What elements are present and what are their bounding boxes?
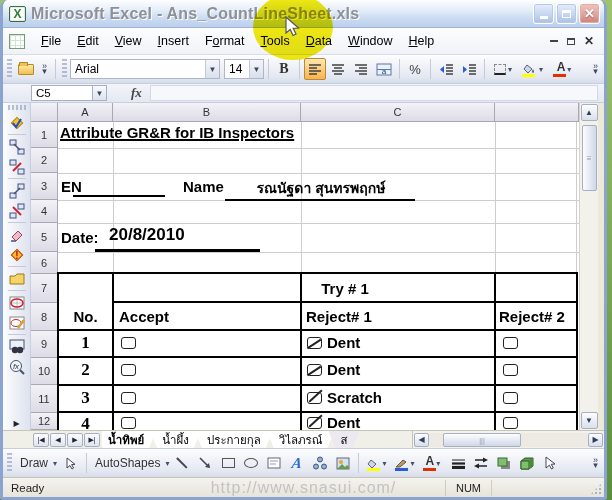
chevron-down-icon[interactable]: ▼ (205, 60, 219, 78)
column-header-b[interactable]: B (113, 103, 301, 122)
vertical-scrollbar[interactable]: ▲ ≡ ▼ (579, 103, 598, 430)
fill-color-button[interactable]: ▾ (518, 58, 548, 80)
column-header-a[interactable]: A (58, 103, 113, 122)
toolbar-grip[interactable] (7, 453, 12, 473)
sheet-tab[interactable]: ประกายกุล (195, 431, 273, 448)
remove-dependent-arrows-button[interactable] (7, 201, 27, 220)
chevron-down-icon[interactable]: ▾ (436, 459, 440, 468)
increase-indent-button[interactable] (458, 58, 480, 80)
row-header[interactable]: 12 (31, 413, 58, 430)
autoshapes-menu-button[interactable]: AutoShapes▾ (91, 452, 170, 474)
vertical-scroll-thumb[interactable]: ≡ (582, 125, 597, 191)
font-color-button[interactable]: A ▾ (419, 452, 446, 474)
workbook-restore-icon[interactable] (567, 38, 575, 45)
reject2-checkbox[interactable] (503, 364, 518, 376)
accept-checkbox[interactable] (121, 337, 136, 349)
row-header[interactable]: 4 (31, 200, 58, 223)
accept-checkbox[interactable] (121, 392, 136, 404)
sheet-tab[interactable]: น้ำผึ้ง (150, 431, 201, 448)
chevron-down-icon[interactable]: ▾ (508, 65, 512, 74)
menu-window[interactable]: Window (340, 31, 400, 51)
line-button[interactable] (171, 452, 193, 474)
workbook-close-icon[interactable]: ✕ (584, 35, 594, 47)
merge-center-button[interactable]: a (373, 58, 395, 80)
title-bar[interactable]: X Microsoft Excel - Ans_CountLineSheet.x… (3, 0, 604, 28)
clear-validation-circles-button[interactable] (7, 313, 27, 332)
workbook-minimize-icon[interactable] (550, 40, 558, 42)
arrow-style-button[interactable] (470, 452, 492, 474)
align-right-button[interactable] (350, 58, 372, 80)
row-header[interactable]: 8 (31, 303, 58, 331)
menu-data[interactable]: Data (298, 31, 340, 51)
arrow-button[interactable] (194, 452, 216, 474)
reject1-checkbox[interactable] (307, 364, 322, 376)
reject2-checkbox[interactable] (503, 417, 518, 429)
decrease-indent-button[interactable] (435, 58, 457, 80)
reject2-checkbox[interactable] (503, 337, 518, 349)
close-button[interactable]: ✕ (579, 3, 600, 24)
column-header-d[interactable] (495, 103, 579, 122)
threed-style-button[interactable] (516, 452, 538, 474)
align-center-button[interactable] (327, 58, 349, 80)
resize-grip[interactable] (590, 483, 602, 495)
insert-function-button[interactable]: fx (131, 85, 142, 101)
sheet-grid[interactable]: A B C 1 2 3 4 5 6 7 8 9 10 11 12 (31, 103, 579, 430)
name-box-dropdown[interactable]: ▼ (93, 85, 107, 101)
standard-toolbar-options-button[interactable]: »▾ (38, 57, 51, 81)
row-header[interactable]: 2 (31, 148, 58, 173)
row-header[interactable]: 1 (31, 122, 58, 148)
row-header[interactable]: 10 (31, 358, 58, 385)
chevron-down-icon[interactable]: ▾ (567, 65, 571, 74)
line-color-button[interactable]: ▾ (391, 452, 418, 474)
reject1-checkbox[interactable] (307, 417, 322, 429)
last-sheet-button[interactable]: ▶| (84, 433, 100, 447)
percent-style-button[interactable]: % (404, 58, 426, 80)
toolbar-overflow-arrow-icon[interactable]: ▶ (13, 419, 19, 430)
evaluate-formula-button[interactable]: fx (7, 357, 27, 376)
minimize-button[interactable] (533, 3, 554, 24)
previous-sheet-button[interactable]: ◀ (50, 433, 66, 447)
toolbar-grip[interactable] (8, 105, 26, 110)
fill-color-button[interactable]: ▾ (363, 452, 390, 474)
sheet-tab[interactable]: ส (328, 431, 359, 448)
font-size-combo[interactable]: 14 ▼ (224, 59, 264, 79)
reject1-checkbox[interactable] (307, 392, 322, 404)
menu-format[interactable]: Format (197, 31, 253, 51)
scroll-right-button[interactable]: ▶ (588, 433, 603, 447)
chevron-down-icon[interactable]: ▾ (382, 459, 386, 468)
formatting-toolbar-options-button[interactable]: »▾ (589, 57, 602, 81)
insert-clipart-button[interactable] (332, 452, 354, 474)
row-header[interactable]: 5 (31, 223, 58, 252)
accept-checkbox[interactable] (121, 364, 136, 376)
font-name-combo[interactable]: Arial ▼ (70, 59, 220, 79)
row-header[interactable]: 7 (31, 274, 58, 303)
menu-file[interactable]: File (33, 31, 69, 51)
menu-insert[interactable]: Insert (150, 31, 197, 51)
chevron-down-icon[interactable]: ▾ (410, 459, 414, 468)
font-color-button[interactable]: A ▾ (549, 58, 579, 80)
select-objects-button[interactable] (60, 452, 82, 474)
menu-view[interactable]: View (107, 31, 150, 51)
drawing-toolbar-options-button[interactable]: »▾ (589, 451, 602, 475)
chevron-down-icon[interactable]: ▼ (249, 60, 263, 78)
scroll-down-button[interactable]: ▼ (581, 412, 598, 429)
rectangle-button[interactable] (217, 452, 239, 474)
text-box-button[interactable] (263, 452, 285, 474)
circle-invalid-data-button[interactable] (7, 293, 27, 312)
wordart-button[interactable]: A (286, 452, 308, 474)
scroll-up-button[interactable]: ▲ (581, 104, 598, 121)
reject1-checkbox[interactable] (307, 337, 322, 349)
select-all-corner[interactable] (31, 103, 58, 122)
shadow-style-button[interactable] (493, 452, 515, 474)
remove-all-arrows-button[interactable] (7, 225, 27, 244)
menu-help[interactable]: Help (401, 31, 443, 51)
reject2-checkbox[interactable] (503, 392, 518, 404)
bold-button[interactable]: B (273, 58, 295, 80)
row-header[interactable]: 3 (31, 173, 58, 200)
toolbar-grip[interactable] (7, 59, 12, 79)
sheet-tab[interactable]: วิไลภรณ์ (267, 431, 335, 448)
remove-precedent-arrows-button[interactable] (7, 157, 27, 176)
horizontal-scroll-thumb[interactable]: ||| (443, 433, 521, 447)
row-header[interactable]: 11 (31, 385, 58, 413)
row-header[interactable]: 9 (31, 331, 58, 358)
